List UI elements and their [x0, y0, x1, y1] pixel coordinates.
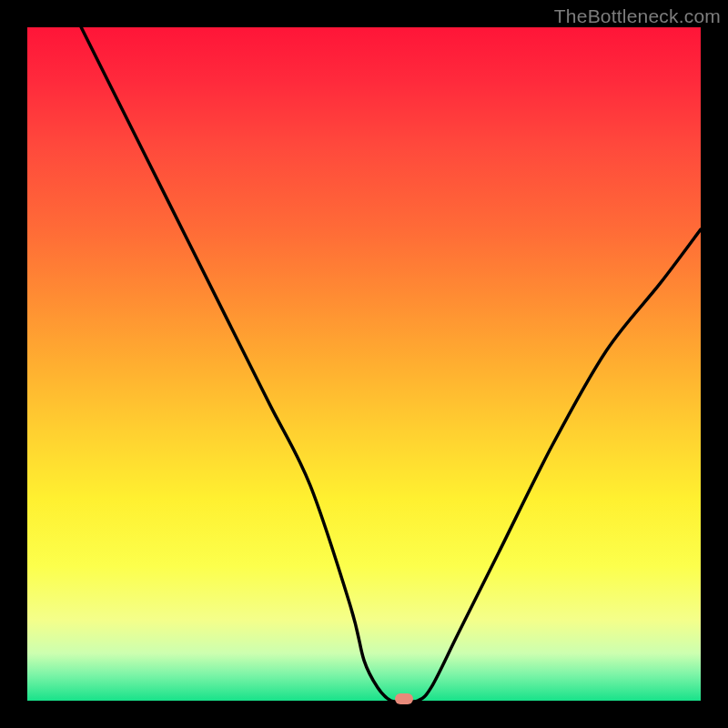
chart-stage: TheBottleneck.com: [0, 0, 728, 728]
watermark-text: TheBottleneck.com: [554, 5, 721, 27]
bottleneck-curve: [27, 27, 701, 701]
minimum-marker: [395, 693, 413, 704]
plot-area: [27, 27, 701, 701]
